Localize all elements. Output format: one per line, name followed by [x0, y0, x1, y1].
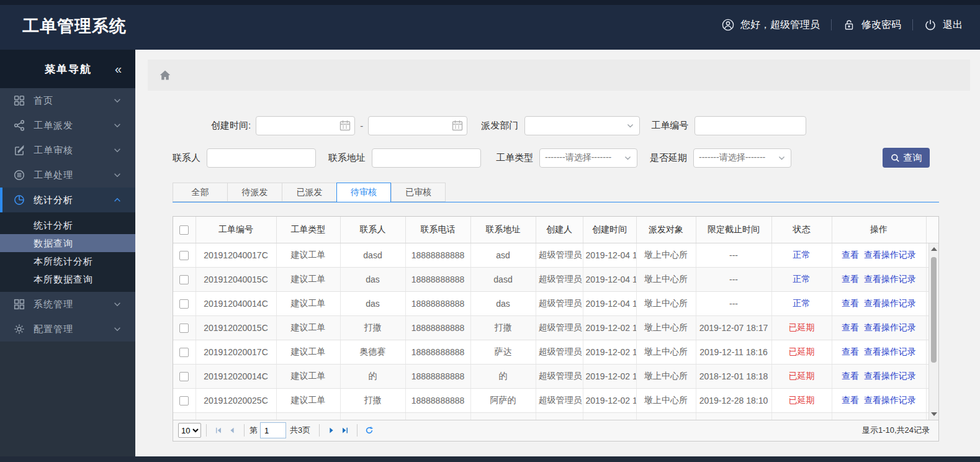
- table-cell: 超级管理员: [536, 268, 583, 292]
- tab-1[interactable]: 待派发: [227, 183, 282, 202]
- table-scrollbar[interactable]: [928, 243, 938, 420]
- scrollbar-up-arrow-icon[interactable]: [931, 247, 937, 251]
- table-cell: 201912020017C: [196, 340, 276, 365]
- pie-icon: [14, 194, 25, 206]
- sidebar-nav: 首页工单派发工单审核工单处理统计分析统计分析数据查询本所统计分析本所数据查询系统…: [0, 88, 135, 342]
- table-cell: 打撒: [340, 316, 405, 340]
- sidebar-item-process[interactable]: 工单处理: [0, 163, 135, 188]
- app-title: 工单管理系统: [22, 15, 127, 37]
- tab-2[interactable]: 已派发: [282, 183, 336, 202]
- status-badge: 已延期: [789, 322, 815, 332]
- order-no-input[interactable]: [695, 116, 806, 135]
- table-cell: [696, 413, 771, 420]
- table-cell: 2019-12-11 18:16: [696, 340, 771, 365]
- table-cell: 墩上中心所: [636, 340, 696, 365]
- page-size-select[interactable]: 10: [178, 423, 201, 438]
- table-cell: 2019-12-02 17: [583, 340, 636, 365]
- actions-cell: 查看查看操作记录: [832, 243, 926, 268]
- table-cell: 201912020015C: [196, 316, 276, 340]
- row-checkbox[interactable]: [179, 396, 189, 405]
- scrollbar-down-arrow-icon[interactable]: [931, 412, 937, 416]
- view-log-link[interactable]: 查看操作记录: [864, 371, 916, 381]
- next-page-button[interactable]: [325, 424, 338, 437]
- view-link[interactable]: 查看: [842, 274, 859, 284]
- view-log-link[interactable]: 查看操作记录: [864, 298, 916, 308]
- row-checkbox[interactable]: [179, 251, 189, 260]
- view-link[interactable]: 查看: [842, 371, 859, 381]
- row-checkbox[interactable]: [179, 324, 189, 333]
- table-row: 201912020014C建议工单的18888888888的超级管理员2019-…: [173, 365, 938, 389]
- sidebar-subitem[interactable]: 本所数据查询: [0, 270, 135, 288]
- tab-3[interactable]: 待审核: [336, 183, 391, 202]
- sidebar-item-system[interactable]: 系统管理: [0, 292, 135, 317]
- table-cell: 超级管理员: [536, 316, 583, 340]
- view-log-link[interactable]: 查看操作记录: [864, 322, 916, 332]
- view-link[interactable]: 查看: [842, 395, 859, 405]
- refresh-button[interactable]: [362, 424, 376, 437]
- sidebar-subitem[interactable]: 统计分析: [0, 216, 135, 234]
- row-checkbox[interactable]: [179, 372, 189, 381]
- home-icon[interactable]: [159, 69, 171, 81]
- delay-select-value: -------请选择-------: [699, 152, 765, 163]
- column-header: 限定截止时间: [696, 217, 771, 243]
- calendar-icon[interactable]: [451, 119, 464, 132]
- change-password-button[interactable]: 修改密码: [843, 19, 901, 32]
- gear-icon: [14, 324, 25, 335]
- last-page-button[interactable]: [338, 424, 352, 437]
- row-checkbox[interactable]: [179, 275, 189, 284]
- view-link[interactable]: 查看: [842, 298, 859, 308]
- page-number-input[interactable]: [260, 422, 286, 438]
- table-cell: 2019-12-07 18:17: [696, 316, 771, 340]
- select-all-checkbox[interactable]: [179, 225, 189, 235]
- table-cell: 201912020025C: [196, 389, 276, 413]
- table-row: 201912020015C建议工单打撒18888888888打撒超级管理员201…: [173, 316, 938, 340]
- sidebar-title: 菜单导航: [45, 62, 92, 76]
- sidebar-item-label: 系统管理: [34, 299, 73, 310]
- view-link[interactable]: 查看: [842, 322, 859, 332]
- view-link[interactable]: 查看: [842, 346, 859, 356]
- table-cell: 18888888888: [405, 365, 470, 389]
- sidebar-item-stats[interactable]: 统计分析: [0, 188, 135, 212]
- view-log-link[interactable]: 查看操作记录: [864, 250, 916, 260]
- dept-select[interactable]: [524, 116, 640, 135]
- search-button[interactable]: 查询: [883, 148, 930, 168]
- sidebar-item-dispatch[interactable]: 工单派发: [0, 113, 135, 138]
- view-link[interactable]: 查看: [842, 250, 859, 260]
- tab-4[interactable]: 已审核: [391, 183, 446, 202]
- sidebar-item-review[interactable]: 工单审核: [0, 138, 135, 163]
- user-greeting[interactable]: 您好，超级管理员: [722, 19, 820, 32]
- view-log-link[interactable]: 查看操作记录: [864, 274, 916, 284]
- sidebar-item-home[interactable]: 首页: [0, 88, 135, 113]
- sidebar-item-config[interactable]: 配置管理: [0, 317, 135, 342]
- view-log-link[interactable]: 查看操作记录: [864, 346, 916, 356]
- scrollbar-thumb[interactable]: [931, 257, 937, 363]
- sidebar-header: 菜单导航 «: [0, 50, 135, 88]
- sidebar-subitem[interactable]: 本所统计分析: [0, 252, 135, 270]
- contact-input[interactable]: [207, 148, 316, 168]
- create-time-end-field: [368, 116, 467, 135]
- sidebar-item-label: 统计分析: [34, 194, 73, 206]
- view-log-link[interactable]: 查看操作记录: [864, 395, 916, 405]
- chevron-down-icon: [113, 121, 122, 130]
- delay-select[interactable]: -------请选择-------: [693, 148, 791, 168]
- row-checkbox[interactable]: [179, 348, 189, 357]
- logout-button[interactable]: 退出: [924, 19, 963, 32]
- address-input[interactable]: [372, 148, 481, 168]
- table-row: 201912040015C建议工单das18888888888dasd超级管理员…: [173, 268, 938, 292]
- column-header: 联系地址: [470, 217, 536, 243]
- tab-0[interactable]: 全部: [173, 183, 227, 202]
- type-select[interactable]: -------请选择-------: [539, 148, 637, 168]
- status-cell: 已延期: [771, 365, 832, 389]
- table-cell: dasd: [340, 243, 405, 268]
- status-badge: 正常: [793, 250, 811, 260]
- first-page-button[interactable]: [212, 424, 225, 437]
- calendar-icon[interactable]: [339, 119, 351, 132]
- sidebar-collapse-icon[interactable]: «: [115, 62, 120, 76]
- row-checkbox[interactable]: [179, 299, 189, 309]
- sidebar-subitem[interactable]: 数据查询: [0, 234, 135, 252]
- sidebar-item-label: 首页: [34, 95, 53, 107]
- prev-page-button[interactable]: [225, 424, 239, 437]
- create-time-start-field: [256, 116, 355, 135]
- status-badge: 正常: [793, 274, 811, 284]
- table-cell: 2018-12-01 18:18: [696, 365, 771, 389]
